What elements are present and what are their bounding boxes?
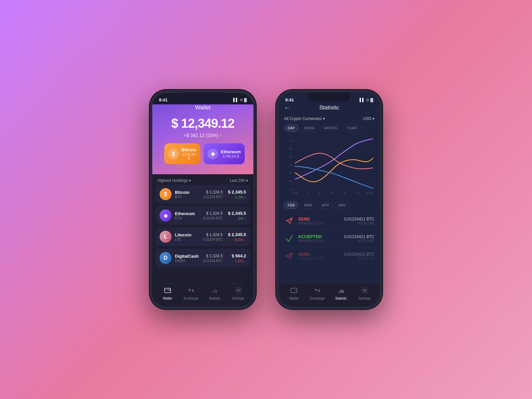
svg-point-2 [237, 289, 239, 291]
svg-text:1 Feb: 1 Feb [292, 192, 298, 194]
list-header-right[interactable]: Last 24h ▾ [230, 178, 248, 183]
tx-date-send-2: 09/04/2018 12:15 [298, 257, 341, 260]
unit-filter-label: USD ▾ [363, 116, 374, 121]
send-icon-1 [284, 215, 295, 226]
tx-send-2-info: SEND 09/04/2018 12:15 [298, 252, 341, 260]
svg-text:15: 15 [331, 192, 333, 194]
nav-wallet[interactable]: Wallet [156, 287, 179, 300]
tx-usd-send-2: 80,00 USD [344, 257, 374, 260]
svg-text:3k: 3k [289, 172, 292, 175]
tx-accepted-info: ACCEPTED 09/04/2018 12:15 [298, 234, 341, 243]
nav-statistic[interactable]: Statistic [203, 287, 226, 300]
dash-name: DigitalCash [175, 254, 200, 259]
wallet-change: +$ 342.12 (53%) ↑ [159, 133, 247, 138]
ltc-info: Litecoin LTC [175, 232, 200, 241]
unit-filter[interactable]: USD ▾ [363, 116, 374, 121]
eth-price: $ 1,324.5 [203, 211, 223, 216]
eth-change: 2% ↑ [226, 216, 246, 220]
stat-nav-settings-label: Settings [358, 297, 370, 300]
svg-text:30 Feb: 30 Feb [366, 192, 373, 194]
stat-nav-exchange-label: Exchange [310, 297, 325, 300]
chart-container: 7k 6k 5k 4k 3k 2k 1k 1 Feb 5 10 15 [279, 133, 380, 200]
btc-price: $ 1,324.5 [203, 190, 223, 195]
stat-back-button[interactable]: ← [284, 104, 290, 111]
btc-change: 1.2% ↑ [226, 195, 246, 199]
tab-feb[interactable]: FEB [284, 201, 298, 209]
dash-info: DigitalCash DASH [175, 254, 200, 263]
btc-symbol: BTC [175, 195, 200, 199]
tx-amount-send-2: 0,01233421 BTC 80,00 USD [344, 252, 374, 260]
stat-title: Statistic [319, 104, 339, 111]
ltc-icon: Ł [160, 231, 172, 243]
coin-item-dash[interactable]: D DigitalCash DASH $ 1,324.5 0,21234 BTC… [156, 249, 250, 267]
tx-item-send-1[interactable]: SEND 09/04/2018 12:15 0,01233421 BTC 80,… [284, 212, 374, 230]
eth-price-col: $ 1,324.5 0,21234 BTC [203, 211, 223, 220]
currency-filter[interactable]: All Crypto Currencies ▾ [284, 116, 325, 121]
stat-nav-settings[interactable]: Settings [353, 287, 376, 300]
dash-change: 1.2% ↓ [226, 259, 246, 263]
dash-change-col: $ 564.2 1.2% ↓ [226, 253, 246, 263]
tx-date-accepted: 09/04/2018 12:15 [298, 239, 341, 243]
svg-text:1k: 1k [289, 188, 292, 191]
btc-icon: ₿ [160, 188, 172, 200]
notch [181, 92, 224, 102]
bitcoin-card[interactable]: ₿ Bitcoin 1745,24 $ [164, 143, 200, 164]
tx-item-accepted[interactable]: ACCEPTED 09/04/2018 12:15 0,01233421 BTC… [284, 230, 374, 247]
tx-amount-send-1: 0,01233421 BTC 80,00 USD [344, 217, 374, 225]
tab-apr[interactable]: APR [318, 201, 333, 209]
btc-value: $ 2,345.5 [226, 190, 246, 195]
tab-mar[interactable]: MAR [300, 201, 316, 209]
nav-statistic-label: Statistic [209, 297, 220, 300]
ethereum-card-icon: ◈ [207, 149, 218, 159]
tab-day[interactable]: DAY [284, 124, 299, 132]
svg-text:25: 25 [356, 192, 359, 194]
wallet-amount: $ 12,349.12 [159, 116, 247, 131]
stat-nav-wallet[interactable]: Wallet [282, 287, 306, 300]
dash-value: $ 564.2 [226, 253, 246, 258]
stat-nav-statistic[interactable]: Statistic [329, 287, 353, 300]
svg-text:2k: 2k [289, 180, 292, 183]
ethereum-card-info: Ethereum 1745,24 $ [221, 149, 241, 158]
statistic-phone: 9:41 ▌▌ ⊙ ▓ ← Statistic All Crypto Curre… [276, 90, 382, 309]
tab-may[interactable]: MAY [334, 201, 349, 209]
eth-change-col: $ 2,345.5 2% ↑ [226, 211, 246, 220]
stat-content: ← Statistic All Crypto Currencies ▾ USD … [279, 104, 380, 307]
coin-item-eth[interactable]: ◈ Ethereum ETH $ 1,324.5 0,21234 BTC $ 2… [156, 206, 250, 225]
tab-week[interactable]: WEEK [301, 124, 319, 132]
ltc-change-col: $ 2,345.5 0,5% ↓ [226, 232, 246, 242]
signal-icon: ▌▌ [233, 98, 238, 102]
tx-usd-send-1: 80,00 USD [344, 221, 374, 225]
svg-rect-0 [164, 288, 170, 293]
nav-exchange[interactable]: Exchange [179, 287, 203, 300]
tx-btc-accepted: 0,01233421 BTC [344, 234, 374, 239]
ethereum-card-value: 1745,24 $ [221, 154, 241, 158]
wallet-nav-icon [164, 287, 171, 296]
coin-list: ₿ Bitcoin BTC $ 1,324.5 0,21234 BTC $ 2,… [152, 185, 253, 283]
tx-date-send-1: 09/04/2018 12:15 [298, 221, 341, 225]
tab-year[interactable]: YEAR [343, 124, 361, 132]
stat-exchange-nav-icon [314, 287, 321, 296]
wallet-phone: 9:41 ▌▌ ⊙ ▓ Wallet $ 12,349.12 +$ 342.12… [150, 90, 256, 309]
list-header-left[interactable]: Highest Holdings ▾ [158, 178, 191, 183]
wallet-bottom-nav: Wallet Exchange Statistic [152, 283, 253, 307]
ethereum-card[interactable]: ◈ Ethereum 1745,24 $ [203, 143, 245, 164]
wallet-body: Highest Holdings ▾ Last 24h ▾ ₿ Bitcoin … [152, 174, 253, 307]
dash-symbol: DASH [175, 259, 200, 263]
tab-month[interactable]: MONTH [321, 124, 341, 132]
stat-nav-exchange[interactable]: Exchange [306, 287, 329, 300]
dash-price: $ 1,324.5 [203, 254, 223, 258]
nav-settings-label: Settings [232, 297, 244, 300]
stat-statistic-nav-icon [337, 287, 345, 296]
coin-item-btc[interactable]: ₿ Bitcoin BTC $ 1,324.5 0,21234 BTC $ 2,… [156, 185, 250, 203]
tx-item-send-2[interactable]: SEND 09/04/2018 12:15 0,01233421 BTC 80,… [284, 247, 374, 265]
eth-icon: ◈ [160, 209, 172, 221]
settings-nav-icon [235, 287, 242, 296]
nav-settings[interactable]: Settings [226, 287, 250, 300]
btc-btc: 0,21234 BTC [203, 195, 223, 199]
btc-price-col: $ 1,324.5 0,21234 BTC [203, 190, 223, 199]
coin-item-ltc[interactable]: Ł Litecoin LTC $ 1,324.5 0,21234 BTC $ 2… [156, 227, 250, 246]
svg-rect-1 [164, 289, 170, 290]
stat-status-icons: ▌▌ ⊙ ▓ [359, 98, 373, 102]
stat-battery-icon: ▓ [370, 98, 373, 102]
wallet-content: Wallet $ 12,349.12 +$ 342.12 (53%) ↑ ₿ B… [152, 104, 253, 307]
